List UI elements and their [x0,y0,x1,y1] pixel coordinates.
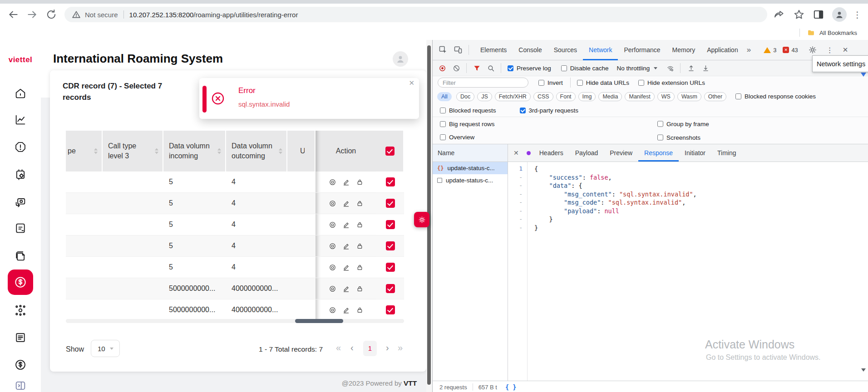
view-icon[interactable] [329,242,336,250]
currency-icon[interactable] [14,358,27,371]
row-checkbox[interactable] [386,199,395,208]
sort-icon[interactable] [217,148,221,154]
hide-extension-urls-checkbox[interactable]: Hide extension URLs [638,79,705,86]
last-page-icon[interactable]: » [398,343,403,353]
user-avatar[interactable] [393,51,408,67]
resource-chip-doc[interactable]: Doc [456,92,474,101]
current-page-button[interactable]: 1 [363,341,377,356]
view-icon[interactable] [329,285,336,293]
devtools-tab-application[interactable]: Application [701,40,744,60]
devtools-tab-elements[interactable]: Elements [474,40,513,60]
screenshots-checkbox[interactable]: Screenshots [657,134,700,141]
column-header-pe[interactable]: pe [66,131,103,172]
resource-chip-other[interactable]: Other [704,92,726,101]
lock-icon[interactable] [356,264,364,271]
devtools-tab-performance[interactable]: Performance [618,40,666,60]
next-page-icon[interactable]: › [386,343,389,353]
hide-data-urls-checkbox[interactable]: Hide data URLs [577,79,629,86]
scrollbar-thumb[interactable] [295,319,343,323]
preserve-log-checkbox[interactable]: Preserve log [508,65,551,72]
previous-page-icon[interactable]: ‹ [350,343,354,353]
filter-input[interactable] [438,78,528,88]
row-checkbox[interactable] [386,177,395,186]
billing-active-icon[interactable] [8,270,33,295]
export-har-icon[interactable] [702,64,710,72]
alerts-icon[interactable] [14,141,27,153]
lock-icon[interactable] [356,242,364,250]
row-checkbox[interactable] [386,284,395,293]
filter-funnel-icon[interactable] [473,64,481,72]
scroll-down-hint-icon[interactable] [861,368,866,372]
panel-tab-timing[interactable]: Timing [711,144,742,162]
list-report-icon[interactable] [14,331,27,344]
sort-icon[interactable] [155,148,158,154]
documents-icon[interactable] [14,222,27,235]
files-copy-icon[interactable] [14,250,27,262]
resource-chip-css[interactable]: CSS [533,92,553,101]
sort-icon[interactable] [279,148,282,154]
select-all-header[interactable] [376,131,404,172]
side-panel-icon[interactable] [813,9,824,20]
collapse-sidebar-icon[interactable] [14,379,27,392]
view-icon[interactable] [329,200,336,207]
resource-chip-js[interactable]: JS [477,92,492,101]
row-checkbox[interactable] [386,305,395,314]
column-header-data-volumn-outcoming[interactable]: Data volumn outcoming [226,131,287,172]
reports-chart-icon[interactable] [14,113,27,126]
column-header-call-type-level-3[interactable]: Call type level 3 [103,131,163,172]
edit-icon[interactable] [342,264,350,271]
page-size-select[interactable]: 10 [91,340,120,357]
clear-network-log-icon[interactable] [453,64,460,72]
panel-tab-initiator[interactable]: Initiator [679,144,711,162]
devtools-tab-network[interactable]: Network [583,40,618,60]
search-icon[interactable] [487,64,495,72]
browser-menu-icon[interactable]: ⋮ [853,10,862,19]
pretty-print-icon[interactable]: { } [505,383,516,391]
share-icon[interactable] [774,9,785,20]
first-page-icon[interactable]: « [336,343,341,353]
name-column-header[interactable]: Name [433,144,508,162]
panel-tab-payload[interactable]: Payload [569,144,604,162]
invert-checkbox[interactable]: Invert [538,79,563,86]
view-icon[interactable] [329,306,336,314]
resource-chip-font[interactable]: Font [556,92,576,101]
view-icon[interactable] [329,178,336,186]
floating-settings-button[interactable] [414,212,429,227]
workflow-nodes-icon[interactable] [14,304,27,317]
error-badge[interactable]: ✕43 [783,47,798,54]
resource-chip-img[interactable]: Img [578,92,596,101]
inspect-element-icon[interactable] [439,45,448,54]
more-tabs-icon[interactable]: » [747,45,751,54]
lock-icon[interactable] [356,306,364,314]
lock-icon[interactable] [356,178,364,186]
view-icon[interactable] [329,221,336,229]
devtools-tab-console[interactable]: Console [513,40,547,60]
warning-badge[interactable]: 3 [764,47,776,54]
sort-icon[interactable] [94,148,98,154]
blocked-requests-checkbox[interactable]: Blocked requests [440,107,496,114]
edit-icon[interactable] [342,306,350,314]
import-har-icon[interactable] [687,64,695,72]
row-checkbox[interactable] [386,220,395,229]
forward-icon[interactable] [26,9,38,20]
network-request-row[interactable]: update-status-c... [433,174,508,186]
resource-chip-manifest[interactable]: Manifest [625,92,654,101]
lock-icon[interactable] [356,285,364,293]
row-checkbox[interactable] [386,241,395,250]
reload-icon[interactable] [45,9,57,20]
disable-cache-checkbox[interactable]: Disable cache [561,65,609,72]
not-secure-warning-icon[interactable] [72,10,81,19]
resource-chip-fetch-xhr[interactable]: Fetch/XHR [495,92,531,101]
devtools-tab-sources[interactable]: Sources [548,40,583,60]
devtools-close-icon[interactable]: ✕ [843,46,848,54]
lock-icon[interactable] [356,200,364,207]
bookmark-star-icon[interactable] [793,9,805,20]
profile-avatar[interactable] [832,7,847,22]
resource-chip-all[interactable]: All [437,92,452,101]
group-by-frame-checkbox[interactable]: Group by frame [657,121,709,127]
panel-tab-response[interactable]: Response [638,144,679,162]
edit-icon[interactable] [342,221,350,229]
edit-icon[interactable] [342,285,350,293]
back-icon[interactable] [7,9,19,20]
processing-chip-icon[interactable] [14,168,27,181]
